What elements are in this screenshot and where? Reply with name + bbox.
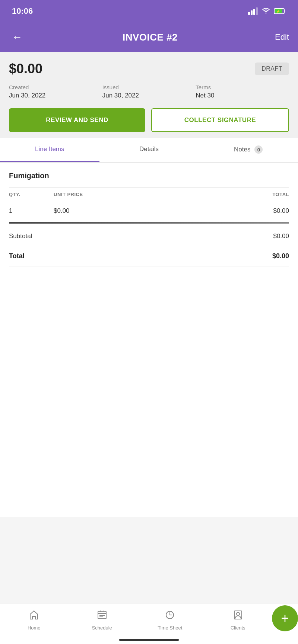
battery-icon: ⚡ bbox=[274, 8, 286, 15]
amount-row: $0.00 DRAFT bbox=[9, 61, 289, 77]
nav-home[interactable]: Home bbox=[0, 610, 68, 631]
tab-notes-label: Notes bbox=[234, 146, 250, 153]
total-label: Total bbox=[9, 252, 25, 260]
action-buttons: REVIEW AND SEND COLLECT SIGNATURE bbox=[9, 108, 289, 132]
line-items-header: QTY. UNIT PRICE TOTAL bbox=[9, 188, 289, 201]
item-qty: 1 bbox=[9, 207, 54, 215]
nav-timesheet[interactable]: Time Sheet bbox=[136, 610, 204, 631]
fab-button[interactable]: + bbox=[272, 605, 298, 631]
svg-rect-1 bbox=[284, 10, 285, 12]
issued-label: Issued bbox=[102, 84, 196, 90]
schedule-icon bbox=[97, 610, 107, 623]
svg-point-12 bbox=[237, 612, 240, 615]
unit-price-header: UNIT PRICE bbox=[54, 192, 244, 197]
header: ← INVOICE #2 Edit bbox=[0, 22, 298, 52]
fab-plus-icon: + bbox=[281, 612, 289, 625]
tab-notes[interactable]: Notes 0 bbox=[199, 138, 298, 162]
status-badge: DRAFT bbox=[255, 63, 289, 75]
invoice-summary: $0.00 DRAFT Created Jun 30, 2022 Issued … bbox=[0, 52, 298, 138]
main-content: Fumigation QTY. UNIT PRICE TOTAL 1 $0.00… bbox=[0, 163, 298, 275]
table-row: 1 $0.00 $0.00 bbox=[9, 203, 289, 219]
invoice-amount: $0.00 bbox=[9, 61, 42, 77]
total-row: Total $0.00 bbox=[9, 246, 289, 266]
tab-line-items-label: Line Items bbox=[35, 145, 64, 153]
created-date: Created Jun 30, 2022 bbox=[9, 84, 102, 99]
issued-date: Issued Jun 30, 2022 bbox=[102, 84, 196, 99]
tab-details[interactable]: Details bbox=[99, 138, 199, 162]
clients-icon bbox=[233, 610, 243, 623]
subtotal-label: Subtotal bbox=[9, 233, 32, 240]
status-time: 10:06 bbox=[12, 6, 33, 16]
tab-details-label: Details bbox=[139, 145, 159, 153]
total-header: TOTAL bbox=[244, 192, 289, 197]
status-icons: ⚡ bbox=[248, 7, 286, 16]
svg-text:⚡: ⚡ bbox=[276, 9, 280, 14]
terms-date: Terms Net 30 bbox=[196, 84, 289, 99]
nav-clients[interactable]: Clients bbox=[204, 610, 272, 631]
nav-timesheet-label: Time Sheet bbox=[158, 625, 182, 631]
total-value: $0.00 bbox=[272, 252, 289, 260]
notes-count-badge: 0 bbox=[254, 145, 263, 154]
signal-icon bbox=[248, 7, 258, 15]
empty-content-area bbox=[0, 275, 298, 517]
back-button[interactable]: ← bbox=[9, 28, 25, 46]
review-and-send-button[interactable]: REVIEW AND SEND bbox=[9, 108, 145, 132]
wifi-icon bbox=[261, 7, 270, 16]
terms-value: Net 30 bbox=[196, 92, 289, 99]
issued-value: Jun 30, 2022 bbox=[102, 92, 196, 99]
nav-schedule-label: Schedule bbox=[92, 625, 112, 631]
home-icon bbox=[29, 610, 39, 623]
collect-signature-button[interactable]: COLLECT SIGNATURE bbox=[151, 108, 289, 132]
home-indicator bbox=[119, 639, 179, 641]
status-bar: 10:06 ⚡ bbox=[0, 0, 298, 22]
created-label: Created bbox=[9, 84, 102, 90]
qty-header: QTY. bbox=[9, 192, 54, 197]
edit-button[interactable]: Edit bbox=[275, 32, 289, 42]
tabs: Line Items Details Notes 0 bbox=[0, 138, 298, 163]
timesheet-icon bbox=[165, 610, 175, 623]
item-unit-price: $0.00 bbox=[54, 207, 244, 215]
terms-label: Terms bbox=[196, 84, 289, 90]
bottom-nav: Home Schedule Time Sheet bbox=[0, 603, 298, 644]
page-title: INVOICE #2 bbox=[123, 32, 178, 43]
tab-line-items[interactable]: Line Items bbox=[0, 138, 99, 162]
dates-row: Created Jun 30, 2022 Issued Jun 30, 2022… bbox=[9, 84, 289, 99]
nav-home-label: Home bbox=[28, 625, 41, 631]
nav-schedule[interactable]: Schedule bbox=[68, 610, 136, 631]
subtotal-value: $0.00 bbox=[273, 233, 289, 240]
divider bbox=[9, 222, 289, 224]
created-value: Jun 30, 2022 bbox=[9, 92, 102, 99]
item-total: $0.00 bbox=[244, 207, 289, 215]
subtotal-row: Subtotal $0.00 bbox=[9, 227, 289, 246]
line-items-section-title: Fumigation bbox=[9, 172, 289, 180]
nav-clients-label: Clients bbox=[231, 625, 245, 631]
